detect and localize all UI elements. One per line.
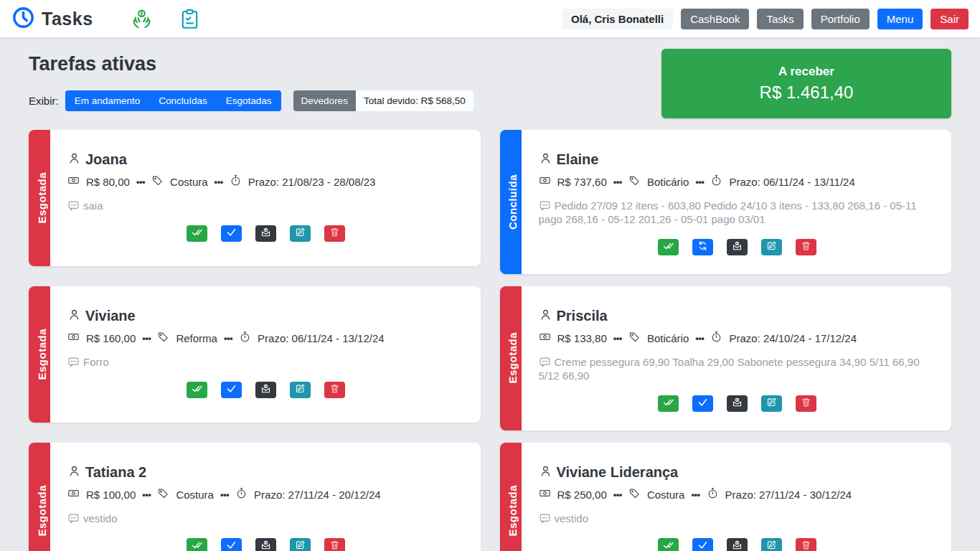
complete-task-button[interactable] <box>658 239 679 255</box>
ellipsis-separator: ••• <box>215 176 223 187</box>
nav-tasks-button[interactable]: Tasks <box>757 9 803 29</box>
money-envelope-icon <box>732 540 743 551</box>
status-action-button[interactable] <box>221 382 242 398</box>
client-name: Priscila <box>557 308 608 324</box>
stopwatch-icon <box>235 487 248 501</box>
tag-icon <box>628 331 641 345</box>
task-deadline: Prazo: 27/11/24 - 30/12/24 <box>725 489 852 501</box>
comment-icon <box>539 356 555 368</box>
ellipsis-separator: ••• <box>691 489 699 500</box>
clipboard-checklist-icon[interactable] <box>179 8 201 30</box>
person-icon <box>539 464 552 481</box>
cards-grid: Esgotada Joana <box>29 130 951 551</box>
check-double-icon <box>663 540 674 551</box>
payment-button[interactable] <box>255 538 276 551</box>
delete-task-button[interactable] <box>324 225 345 242</box>
edit-task-button[interactable] <box>761 395 782 412</box>
task-card: Concluída Elaine <box>500 130 952 274</box>
client-name: Tatiana 2 <box>85 464 146 481</box>
complete-task-button[interactable] <box>187 225 207 242</box>
client-name: Joana <box>85 151 127 168</box>
delete-task-button[interactable] <box>796 239 816 255</box>
task-deadline: Prazo: 06/11/24 - 13/11/24 <box>729 176 854 188</box>
status-action-button[interactable] <box>692 538 713 551</box>
task-deadline: Prazo: 27/11/24 - 20/12/24 <box>254 489 381 501</box>
tag-icon <box>628 487 641 501</box>
hands-dollar-icon[interactable] <box>131 8 153 30</box>
nav-cashbook-button[interactable]: CashBook <box>681 9 749 29</box>
status-action-button[interactable] <box>692 395 713 412</box>
payment-button[interactable] <box>727 538 748 551</box>
task-note-row: vestido <box>67 512 465 526</box>
delete-task-button[interactable] <box>324 382 345 398</box>
stopwatch-icon <box>710 331 722 345</box>
task-note: vestido <box>83 512 118 524</box>
stopwatch-icon <box>710 174 722 189</box>
complete-task-button[interactable] <box>187 382 207 398</box>
card-actions <box>67 538 465 551</box>
ellipsis-separator: ••• <box>613 176 622 187</box>
money-envelope-icon <box>260 227 271 240</box>
trash-icon <box>801 240 811 253</box>
edit-task-button[interactable] <box>761 239 782 255</box>
money-bill-icon <box>67 331 80 345</box>
complete-task-button[interactable] <box>658 538 679 551</box>
nav-logout-button[interactable]: Sair <box>930 9 969 29</box>
card-actions <box>67 382 465 398</box>
task-note: saia <box>83 199 103 212</box>
comment-icon <box>539 199 555 212</box>
delete-task-button[interactable] <box>796 395 816 412</box>
task-value: R$ 100,00 <box>86 489 136 501</box>
receivable-label: A receber <box>778 65 834 79</box>
money-envelope-icon <box>260 383 271 396</box>
edit-task-button[interactable] <box>290 538 311 551</box>
status-label: Concluída <box>507 174 519 230</box>
ellipsis-separator: ••• <box>220 489 229 500</box>
edit-task-button[interactable] <box>290 382 311 398</box>
task-card: Esgotada Viviane Liderança <box>500 443 952 551</box>
debtors-button[interactable]: Devedores <box>293 90 356 111</box>
filter-completed[interactable]: Concluídas <box>149 90 217 111</box>
task-card: Esgotada Viviane <box>29 286 481 423</box>
task-card: Esgotada Joana <box>29 130 481 266</box>
receivable-summary-card[interactable]: A receber R$ 1.461,40 <box>661 49 951 118</box>
stopwatch-icon <box>239 331 251 345</box>
person-icon <box>539 308 552 324</box>
money-envelope-icon <box>732 240 743 253</box>
delete-task-button[interactable] <box>796 538 816 551</box>
check-double-icon <box>192 227 202 240</box>
nav-portfolio-button[interactable]: Portfolio <box>811 9 870 29</box>
complete-task-button[interactable] <box>658 395 679 412</box>
task-note: vestido <box>555 512 589 524</box>
edit-icon <box>766 240 777 253</box>
check-icon <box>226 540 237 551</box>
task-category: Boticário <box>647 332 689 344</box>
payment-button[interactable] <box>255 225 276 242</box>
complete-task-button[interactable] <box>187 538 207 551</box>
status-label: Esgotada <box>36 172 48 224</box>
payment-button[interactable] <box>727 395 748 412</box>
status-action-button[interactable] <box>221 225 242 242</box>
filter-exhausted[interactable]: Esgotadas <box>217 90 281 111</box>
status-action-button[interactable] <box>692 239 713 255</box>
task-deadline: Prazo: 21/08/23 - 28/08/23 <box>248 176 376 188</box>
edit-icon <box>295 227 306 240</box>
person-icon <box>67 308 81 324</box>
check-icon <box>697 397 708 410</box>
task-category: Boticário <box>647 176 689 188</box>
edit-task-button[interactable] <box>290 225 311 242</box>
tag-icon <box>151 174 164 189</box>
payment-button[interactable] <box>255 382 276 398</box>
edit-task-button[interactable] <box>761 538 782 551</box>
app-logo[interactable] <box>11 6 35 32</box>
payment-button[interactable] <box>727 239 748 255</box>
task-value: R$ 250,00 <box>557 489 607 501</box>
task-category: Costura <box>647 489 685 501</box>
ellipsis-separator: ••• <box>142 333 151 344</box>
page-title: Tarefas ativas <box>29 53 473 75</box>
trash-icon <box>329 383 340 396</box>
delete-task-button[interactable] <box>324 538 345 551</box>
nav-menu-button[interactable]: Menu <box>877 9 923 29</box>
filter-in-progress[interactable]: Em andamento <box>65 90 150 111</box>
status-action-button[interactable] <box>221 538 242 551</box>
